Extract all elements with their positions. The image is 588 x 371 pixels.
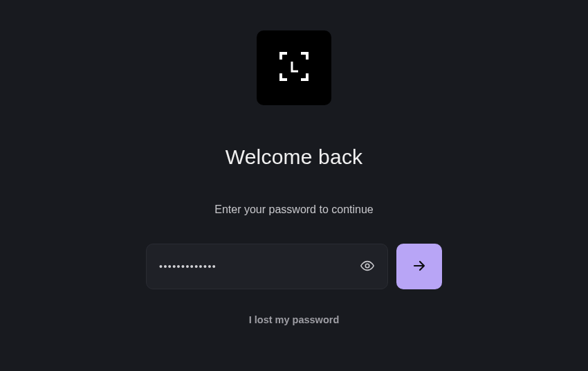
app-logo — [257, 30, 331, 105]
frame-logo-icon — [275, 48, 313, 88]
page-subtitle: Enter your password to continue — [214, 203, 373, 216]
login-form — [146, 244, 442, 289]
svg-point-0 — [365, 264, 369, 268]
password-input[interactable] — [147, 244, 347, 289]
eye-icon — [360, 258, 375, 275]
page-title: Welcome back — [226, 145, 363, 169]
login-card: Welcome back Enter your password to cont… — [0, 0, 588, 325]
arrow-right-icon — [411, 257, 428, 276]
submit-button[interactable] — [396, 244, 442, 289]
lost-password-link[interactable]: I lost my password — [249, 314, 340, 325]
toggle-password-visibility-button[interactable] — [347, 244, 387, 289]
password-wrapper — [146, 244, 388, 289]
